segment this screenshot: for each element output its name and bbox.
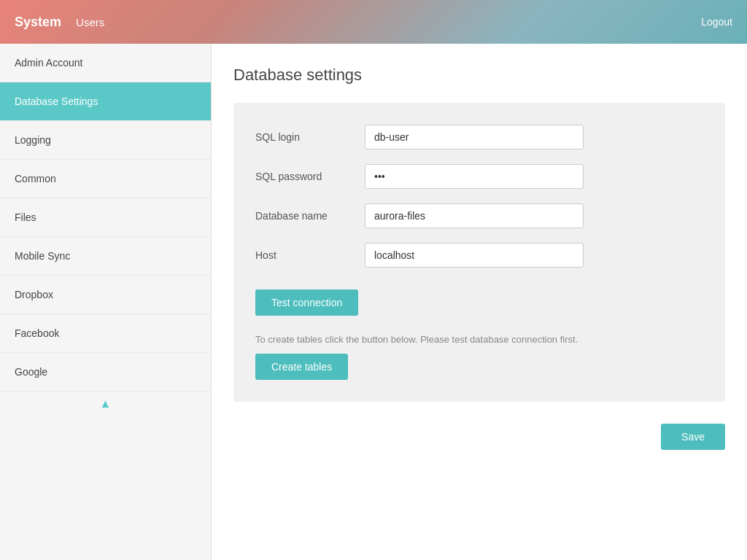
footer-actions: Save <box>233 424 725 450</box>
database-name-row: Database name <box>255 203 703 228</box>
sql-login-input[interactable] <box>365 125 584 149</box>
save-button[interactable]: Save <box>661 424 725 450</box>
create-tables-button[interactable]: Create tables <box>255 354 348 380</box>
sidebar-item-logging[interactable]: Logging <box>0 121 211 160</box>
sidebar-item-google[interactable]: Google <box>0 353 211 392</box>
sidebar-item-mobile-sync[interactable]: Mobile Sync <box>0 237 211 276</box>
sidebar-item-common[interactable]: Common <box>0 160 211 198</box>
sidebar-item-dropbox[interactable]: Dropbox <box>0 276 211 314</box>
database-name-input[interactable] <box>365 203 584 228</box>
sidebar-item-facebook[interactable]: Facebook <box>0 314 211 353</box>
page-title: Database settings <box>233 66 725 85</box>
header-left: System Users <box>15 15 104 30</box>
host-row: Host <box>255 243 703 268</box>
sidebar-scroll-arrow: ▲ <box>0 392 211 416</box>
layout: Admin Account Database Settings Logging … <box>0 44 747 560</box>
sidebar-item-files[interactable]: Files <box>0 198 211 237</box>
database-settings-form: SQL login SQL password Database name Hos… <box>233 103 725 402</box>
sql-login-label: SQL login <box>255 131 365 143</box>
logout-button[interactable]: Logout <box>701 16 732 28</box>
sql-password-row: SQL password <box>255 164 703 189</box>
sql-password-input[interactable] <box>365 164 584 189</box>
host-label: Host <box>255 249 365 261</box>
sidebar-item-admin-account[interactable]: Admin Account <box>0 44 211 82</box>
main-content: Database settings SQL login SQL password… <box>212 44 747 560</box>
sidebar-item-database-settings[interactable]: Database Settings <box>0 82 211 121</box>
create-tables-info: To create tables click the button below.… <box>255 334 703 345</box>
test-connection-button[interactable]: Test connection <box>255 289 358 316</box>
host-input[interactable] <box>365 243 584 268</box>
database-name-label: Database name <box>255 210 365 222</box>
sidebar: Admin Account Database Settings Logging … <box>0 44 212 560</box>
system-link[interactable]: System <box>15 15 61 30</box>
header: System Users Logout <box>0 0 747 44</box>
users-link[interactable]: Users <box>76 16 104 28</box>
sql-login-row: SQL login <box>255 125 703 149</box>
sql-password-label: SQL password <box>255 171 365 182</box>
